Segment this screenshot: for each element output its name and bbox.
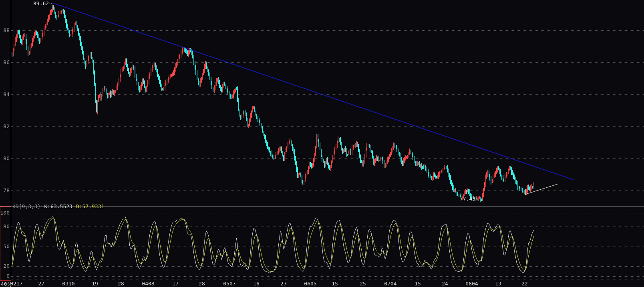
kd-indicator-name: KD(9,3,3) (12, 203, 40, 209)
low-price-annotation: 77.43→ (460, 196, 479, 202)
date-label: 24 (442, 281, 448, 287)
kd-d-value: D:57.9331 (76, 203, 104, 209)
kd-tick-label: 100 (0, 210, 10, 216)
chart-window: 89.62→ 77.43→ KD(9,3,3)K:63.5523D:57.933… (0, 0, 644, 287)
date-label: 0804 (465, 281, 478, 287)
low-price-value: 77.43 (460, 196, 475, 202)
kd-indicator-label[interactable]: KD(9,3,3)K:63.5523D:57.9331 (12, 204, 104, 209)
date-label: 0605 (304, 281, 316, 287)
high-price-annotation: 89.62→ (33, 1, 52, 6)
date-label: 16 (253, 281, 260, 287)
date-label: 28 (199, 281, 205, 287)
right-arrow-icon: → (475, 196, 479, 202)
kd-tick-label: 80 (0, 223, 10, 230)
high-price-value: 89.62 (33, 0, 49, 6)
right-arrow-icon: → (49, 0, 52, 6)
price-tick-label: 88 (0, 27, 10, 34)
chart-canvas[interactable] (0, 0, 644, 287)
date-label: 27 (280, 281, 287, 287)
date-label: 25 (360, 281, 366, 287)
kd-tick-label: 50 (0, 243, 10, 250)
date-label: 28 (118, 281, 124, 287)
price-tick-label: 82 (0, 123, 10, 130)
date-label: 22 (521, 281, 528, 287)
date-label: 17 (172, 281, 179, 287)
date-label: 15 (332, 281, 338, 287)
kd-tick-label: 20 (0, 263, 10, 269)
date-label: 19 (92, 281, 98, 287)
date-label: 15 (415, 281, 421, 287)
price-tick-label: 80 (0, 155, 10, 162)
price-tick-label: 78 (0, 187, 10, 194)
price-tick-label: 84 (0, 91, 10, 98)
date-label: 0507 (223, 281, 235, 287)
date-label: 0217 (10, 281, 22, 287)
kd-tick-label: 0 (0, 273, 10, 279)
kd-k-value: K:63.5523 (44, 203, 72, 209)
date-label: 0310 (62, 281, 74, 287)
price-tick-label: 86 (0, 59, 10, 66)
date-label: 0704 (384, 281, 396, 287)
date-label: 13 (495, 281, 501, 287)
date-label: 0408 (142, 281, 154, 287)
date-label: 27 (38, 281, 44, 287)
